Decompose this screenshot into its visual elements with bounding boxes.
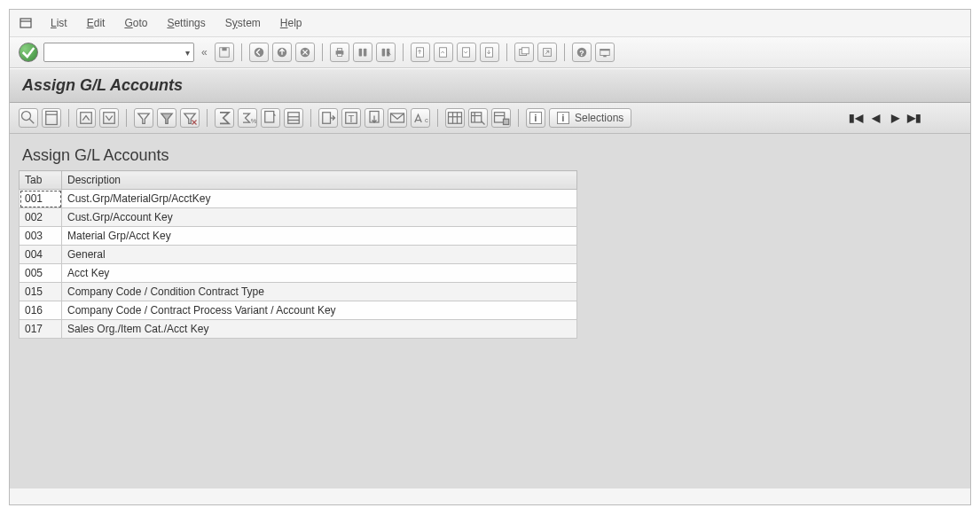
cell-tab[interactable]: 016 bbox=[20, 301, 62, 320]
menu-edit[interactable]: Edit bbox=[80, 15, 113, 31]
cell-description[interactable]: General bbox=[62, 246, 577, 264]
svg-rect-28 bbox=[46, 112, 58, 125]
menu-bar: List Edit Goto Settings System Help bbox=[10, 10, 970, 37]
table-row[interactable]: 003Material Grp/Acct Key bbox=[20, 227, 577, 246]
table-row[interactable]: 002Cust.Grp/Account Key bbox=[20, 208, 577, 227]
col-header-description[interactable]: Description bbox=[62, 171, 577, 190]
export-button[interactable] bbox=[318, 108, 338, 128]
menu-system[interactable]: System bbox=[218, 15, 268, 31]
last-page-button[interactable] bbox=[480, 43, 499, 62]
word-processing-button[interactable]: T bbox=[341, 108, 361, 128]
window-menu-icon[interactable] bbox=[19, 16, 33, 30]
cell-description[interactable]: Acct Key bbox=[62, 264, 577, 283]
delete-filter-button[interactable] bbox=[180, 108, 200, 128]
svg-rect-3 bbox=[222, 48, 226, 51]
separator bbox=[437, 109, 438, 127]
back-button[interactable] bbox=[249, 43, 269, 62]
find-next-button[interactable] bbox=[376, 43, 396, 62]
svg-rect-24 bbox=[600, 50, 609, 51]
table-row[interactable]: 001Cust.Grp/MaterialGrp/AcctKey bbox=[20, 190, 577, 208]
cell-description[interactable]: Company Code / Condition Contract Type bbox=[62, 283, 577, 301]
nav-next-button[interactable]: ▶ bbox=[887, 110, 903, 126]
cell-tab[interactable]: 002 bbox=[20, 208, 62, 227]
find-button[interactable] bbox=[353, 43, 372, 62]
menu-help[interactable]: Help bbox=[273, 15, 310, 31]
print-button[interactable] bbox=[330, 43, 349, 62]
next-page-button[interactable] bbox=[457, 43, 476, 62]
svg-rect-49 bbox=[472, 113, 482, 122]
svg-rect-35 bbox=[265, 112, 274, 123]
cell-tab[interactable]: 005 bbox=[20, 264, 62, 283]
customize-layout-button[interactable] bbox=[595, 43, 615, 62]
separator bbox=[322, 43, 323, 61]
print-preview-button[interactable] bbox=[261, 108, 280, 128]
cell-tab[interactable]: 001 bbox=[20, 190, 62, 208]
table-row[interactable]: 004General bbox=[20, 246, 577, 264]
subtotal-button[interactable]: % bbox=[238, 108, 257, 128]
sort-desc-button[interactable] bbox=[99, 108, 119, 128]
cell-tab[interactable]: 017 bbox=[20, 320, 62, 339]
help-button[interactable]: ? bbox=[572, 43, 592, 62]
total-button[interactable] bbox=[215, 108, 234, 128]
nav-last-button[interactable]: ▶▮ bbox=[906, 110, 922, 126]
menu-settings[interactable]: Settings bbox=[160, 15, 212, 31]
abc-analysis-button[interactable]: c bbox=[411, 108, 430, 128]
cell-description[interactable]: Material Grp/Acct Key bbox=[62, 227, 577, 246]
table-row[interactable]: 017Sales Org./Item Cat./Acct Key bbox=[20, 320, 577, 339]
selections-button[interactable]: i Selections bbox=[549, 108, 631, 128]
separator bbox=[68, 109, 69, 127]
svg-rect-8 bbox=[337, 49, 341, 51]
change-layout-button[interactable] bbox=[445, 108, 465, 128]
sort-asc-button[interactable] bbox=[76, 108, 96, 128]
enter-button[interactable] bbox=[19, 43, 38, 62]
prev-page-button[interactable] bbox=[434, 43, 453, 62]
filter-button[interactable] bbox=[157, 108, 176, 128]
table-row[interactable]: 005Acct Key bbox=[20, 264, 577, 283]
nav-prev-button[interactable]: ◀ bbox=[867, 110, 883, 126]
cell-description[interactable]: Cust.Grp/Account Key bbox=[62, 208, 577, 227]
svg-rect-45 bbox=[449, 113, 462, 124]
table-row[interactable]: 015Company Code / Condition Contract Typ… bbox=[20, 283, 577, 301]
table-row[interactable]: 016Company Code / Contract Process Varia… bbox=[20, 301, 577, 320]
information-button[interactable]: i bbox=[526, 108, 545, 128]
cell-description[interactable]: Company Code / Contract Process Variant … bbox=[62, 301, 577, 320]
selections-label: Selections bbox=[575, 112, 623, 124]
svg-text:?: ? bbox=[579, 49, 584, 58]
cell-description[interactable]: Sales Org./Item Cat./Acct Key bbox=[62, 320, 577, 339]
svg-rect-11 bbox=[364, 49, 367, 57]
content-area: Assign G/L Accounts Tab Description 001C… bbox=[10, 134, 970, 488]
exit-button[interactable] bbox=[272, 43, 292, 62]
local-file-button[interactable] bbox=[365, 108, 384, 128]
cell-description[interactable]: Cust.Grp/MaterialGrp/AcctKey bbox=[62, 190, 577, 208]
standard-toolbar: « ? bbox=[10, 37, 970, 68]
cell-tab[interactable]: 015 bbox=[20, 283, 62, 301]
command-field[interactable] bbox=[43, 43, 194, 62]
select-layout-button[interactable] bbox=[468, 108, 488, 128]
chevron-left-icon[interactable]: « bbox=[198, 46, 211, 59]
svg-rect-25 bbox=[603, 56, 607, 58]
cancel-button[interactable] bbox=[295, 43, 315, 62]
nav-first-button[interactable]: ▮◀ bbox=[848, 110, 864, 126]
save-button[interactable] bbox=[215, 43, 234, 62]
svg-text:T: T bbox=[349, 113, 355, 124]
set-filter-button[interactable] bbox=[134, 108, 153, 128]
cell-tab[interactable]: 004 bbox=[20, 246, 62, 264]
svg-rect-54 bbox=[504, 119, 509, 124]
view-button[interactable] bbox=[284, 108, 303, 128]
separator bbox=[403, 43, 404, 61]
generate-shortcut-button[interactable] bbox=[537, 43, 557, 62]
new-session-button[interactable] bbox=[514, 43, 534, 62]
first-page-button[interactable] bbox=[411, 43, 430, 62]
cell-tab[interactable]: 003 bbox=[20, 227, 62, 246]
svg-rect-31 bbox=[104, 113, 115, 124]
details-button[interactable] bbox=[19, 108, 38, 128]
menu-list[interactable]: List bbox=[43, 15, 74, 31]
col-header-tab[interactable]: Tab bbox=[20, 171, 62, 190]
refresh-button[interactable] bbox=[42, 108, 61, 128]
svg-line-27 bbox=[29, 119, 34, 123]
list-title: Assign G/L Accounts bbox=[19, 146, 961, 170]
mail-button[interactable] bbox=[388, 108, 407, 128]
menu-goto[interactable]: Goto bbox=[117, 15, 154, 31]
save-layout-button[interactable] bbox=[491, 108, 511, 128]
separator bbox=[207, 109, 208, 127]
